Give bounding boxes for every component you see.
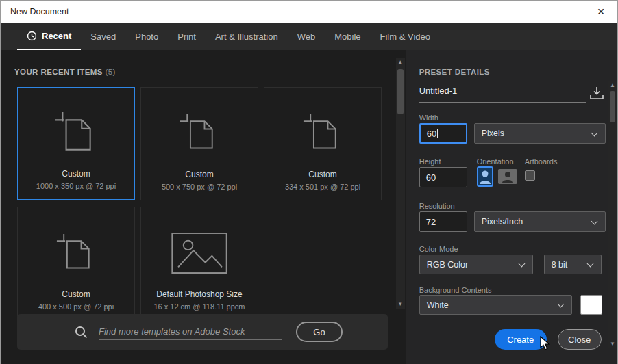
width-label: Width (419, 114, 438, 122)
recent-items-grid: Custom 1000 x 350 px @ 72 ppi Custom 500… (17, 87, 382, 320)
height-label: Height (419, 157, 441, 166)
orientation-portrait-icon[interactable] (477, 166, 493, 187)
tab-art-illustration[interactable]: Art & Illustration (206, 23, 288, 50)
scroll-up-icon[interactable]: ▲ (608, 81, 617, 90)
template-name: Custom (308, 170, 336, 179)
titlebar: New Document ✕ (1, 1, 617, 23)
stock-search-input[interactable] (99, 324, 282, 340)
tab-recent[interactable]: Recent (17, 23, 81, 50)
tab-film-video[interactable]: Film & Video (371, 23, 440, 50)
scrollbar-thumb[interactable] (397, 69, 404, 114)
tab-label: Photo (135, 31, 158, 42)
tab-label: Print (177, 31, 196, 42)
template-name: Default Photoshop Size (156, 289, 242, 299)
template-dims: 400 x 500 px @ 72 ppi (38, 302, 114, 311)
bit-depth-select[interactable]: 8 bit (544, 255, 602, 274)
tab-print[interactable]: Print (168, 23, 206, 50)
template-card-default-photoshop-size[interactable]: Default Photoshop Size 16 x 12 cm @ 118.… (140, 207, 258, 320)
background-color-swatch[interactable] (580, 295, 602, 315)
search-icon (75, 326, 88, 339)
preset-scrollbar[interactable]: ▲ ▼ (608, 81, 617, 348)
category-tabs: Recent Saved Photo Print Art & Illustrat… (1, 23, 617, 50)
image-icon (171, 207, 228, 289)
chevron-down-icon (591, 218, 597, 225)
resolution-unit-value: Pixels/Inch (482, 217, 523, 226)
bit-depth-value: 8 bit (552, 260, 568, 270)
artboards-label: Artboards (525, 157, 558, 166)
document-icon (180, 88, 219, 170)
tab-mobile[interactable]: Mobile (325, 23, 370, 50)
new-document-dialog: New Document ✕ Recent Saved Photo Print … (0, 0, 618, 364)
tab-label: Art & Illustration (215, 31, 278, 42)
document-name-field[interactable]: Untitled-1 (419, 86, 586, 103)
background-contents-select[interactable]: White (419, 295, 572, 315)
template-card-custom-2[interactable]: Custom 500 x 750 px @ 72 ppi (140, 87, 258, 200)
recent-items-count: (5) (105, 68, 115, 76)
width-unit-value: Pixels (482, 129, 504, 138)
width-input[interactable]: 60 (419, 123, 467, 144)
artboards-checkbox[interactable] (525, 170, 535, 181)
resolution-unit-select[interactable]: Pixels/Inch (474, 211, 606, 232)
scroll-up-icon[interactable]: ▲ (396, 58, 405, 66)
adobe-stock-search: Go (17, 314, 388, 350)
chevron-down-icon (586, 261, 593, 268)
background-contents-label: Background Contents (419, 286, 492, 294)
close-icon[interactable]: ✕ (594, 6, 608, 17)
color-mode-value: RGB Color (427, 260, 468, 270)
template-card-custom-3[interactable]: Custom 334 x 501 px @ 72 ppi (264, 87, 382, 200)
close-button[interactable]: Close (558, 329, 602, 350)
height-input[interactable]: 60 (419, 167, 467, 187)
tab-label: Recent (42, 31, 71, 41)
go-button[interactable]: Go (296, 322, 343, 342)
resolution-input[interactable]: 72 (419, 211, 467, 232)
window-title: New Document (10, 7, 69, 16)
tab-label: Mobile (334, 31, 360, 42)
scroll-down-icon[interactable]: ▼ (396, 300, 405, 309)
template-card-custom-4[interactable]: Custom 400 x 500 px @ 72 ppi (17, 207, 135, 320)
resolution-label: Resolution (419, 202, 455, 210)
color-mode-select[interactable]: RGB Color (419, 255, 533, 274)
resolution-value: 72 (426, 217, 436, 227)
template-name: Custom (62, 169, 90, 179)
preset-details-heading: PRESET DETAILS (419, 68, 490, 76)
tab-label: Film & Video (380, 31, 430, 42)
preset-details-panel: PRESET DETAILS Untitled-1 Width 60 Pixel… (406, 50, 617, 364)
recent-items-heading: YOUR RECENT ITEMS (5) (14, 68, 116, 76)
document-icon (54, 88, 98, 169)
template-dims: 500 x 750 px @ 72 ppi (162, 183, 237, 191)
templates-scrollbar[interactable]: ▲ ▼ (396, 58, 405, 309)
color-mode-label: Color Mode (419, 245, 458, 253)
scrollbar-thumb[interactable] (610, 91, 615, 122)
template-name: Custom (62, 289, 90, 299)
width-unit-select[interactable]: Pixels (474, 123, 606, 144)
clock-icon (27, 31, 37, 41)
tab-label: Saved (90, 31, 116, 42)
templates-panel: YOUR RECENT ITEMS (5) Custom 1000 x 350 … (1, 50, 406, 364)
text-caret (437, 129, 438, 138)
scroll-down-icon[interactable]: ▼ (608, 340, 617, 348)
recent-items-title: YOUR RECENT ITEMS (14, 68, 103, 76)
chevron-down-icon (518, 261, 525, 268)
orientation-landscape-icon[interactable] (497, 168, 518, 185)
create-button[interactable]: Create (495, 329, 547, 350)
tab-label: Web (297, 31, 316, 42)
height-value: 60 (426, 172, 436, 183)
chevron-down-icon (591, 130, 597, 137)
template-dims: 334 x 501 px @ 72 ppi (285, 183, 360, 191)
template-name: Custom (185, 170, 213, 179)
background-contents-value: White (427, 300, 449, 310)
template-card-custom-1[interactable]: Custom 1000 x 350 px @ 72 ppi (17, 87, 135, 200)
tab-web[interactable]: Web (288, 23, 325, 50)
width-value: 60 (427, 129, 436, 139)
orientation-label: Orientation (477, 157, 514, 166)
template-dims: 16 x 12 cm @ 118.11 ppcm (153, 302, 245, 311)
template-dims: 1000 x 350 px @ 72 ppi (36, 182, 116, 190)
chevron-down-icon (557, 301, 564, 308)
document-icon (56, 207, 96, 289)
tab-saved[interactable]: Saved (81, 23, 125, 50)
document-icon (303, 88, 343, 170)
tab-photo[interactable]: Photo (125, 23, 168, 50)
save-preset-icon[interactable] (589, 86, 604, 100)
